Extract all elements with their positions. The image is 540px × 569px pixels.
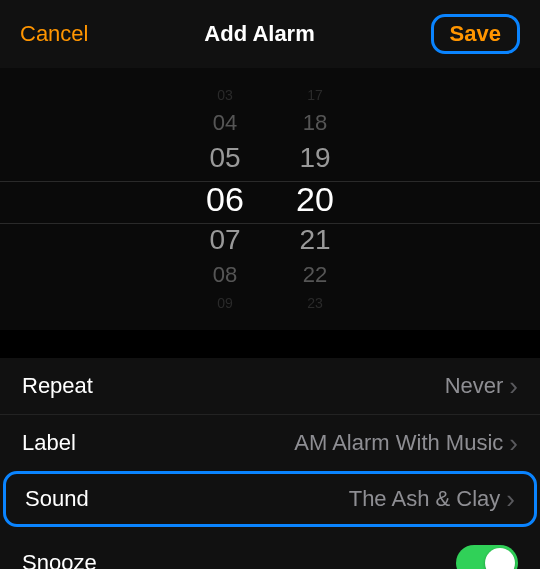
picker-item[interactable]: 04 — [213, 107, 237, 139]
hour-picker-column[interactable]: 03040506070809 — [180, 68, 270, 330]
picker-item[interactable]: 17 — [307, 83, 323, 107]
picker-item[interactable]: 08 — [213, 259, 237, 291]
time-picker[interactable]: 03040506070809 17181920212223 — [0, 68, 540, 330]
picker-item[interactable]: 22 — [303, 259, 327, 291]
picker-item[interactable]: 07 — [209, 221, 240, 259]
picker-item[interactable]: 20 — [296, 177, 334, 221]
label-row[interactable]: Label AM Alarm With Music › — [0, 414, 540, 471]
snooze-label: Snooze — [22, 550, 97, 569]
save-button[interactable]: Save — [431, 14, 520, 54]
header: Cancel Add Alarm Save — [0, 0, 540, 68]
snooze-row: Snooze — [0, 527, 540, 569]
sound-value-text: The Ash & Clay — [349, 486, 501, 512]
repeat-row[interactable]: Repeat Never › — [0, 358, 540, 414]
picker-selection-line-bottom — [0, 223, 540, 224]
sound-label: Sound — [25, 486, 89, 512]
settings-list: Repeat Never › Label AM Alarm With Music… — [0, 358, 540, 569]
picker-item[interactable]: 03 — [217, 83, 233, 107]
label-value-text: AM Alarm With Music — [294, 430, 503, 456]
chevron-right-icon: › — [509, 373, 518, 399]
picker-item[interactable]: 23 — [307, 291, 323, 315]
repeat-value: Never › — [445, 373, 518, 399]
label-value: AM Alarm With Music › — [294, 430, 518, 456]
picker-selection-line-top — [0, 181, 540, 182]
label-label: Label — [22, 430, 76, 456]
page-title: Add Alarm — [204, 21, 314, 47]
sound-row[interactable]: Sound The Ash & Clay › — [3, 471, 537, 527]
picker-item[interactable]: 06 — [206, 177, 244, 221]
picker-item[interactable]: 21 — [299, 221, 330, 259]
repeat-label: Repeat — [22, 373, 93, 399]
picker-item[interactable]: 19 — [299, 139, 330, 177]
repeat-value-text: Never — [445, 373, 504, 399]
picker-item[interactable]: 05 — [209, 139, 240, 177]
sound-value: The Ash & Clay › — [349, 486, 515, 512]
picker-item[interactable]: 09 — [217, 291, 233, 315]
minute-picker-column[interactable]: 17181920212223 — [270, 68, 360, 330]
chevron-right-icon: › — [506, 486, 515, 512]
toggle-knob — [485, 548, 515, 569]
picker-item[interactable]: 18 — [303, 107, 327, 139]
chevron-right-icon: › — [509, 430, 518, 456]
cancel-button[interactable]: Cancel — [20, 21, 88, 47]
snooze-toggle[interactable] — [456, 545, 518, 569]
